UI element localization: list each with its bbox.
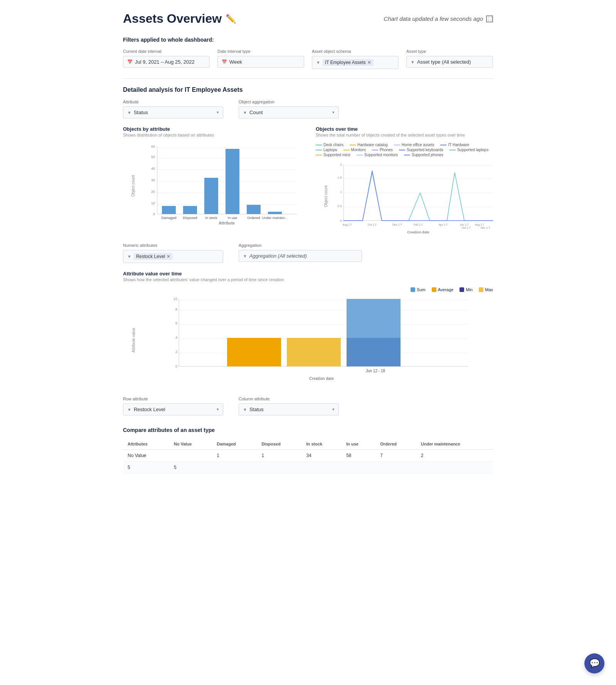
attr-time-title: Attribute value over time <box>123 271 493 277</box>
svg-text:Apr 1-7: Apr 1-7 <box>439 223 448 226</box>
svg-text:Dec 1-7: Dec 1-7 <box>392 223 402 226</box>
detail-dropdowns: Attribute ▼ Status ▾ Object aggregation … <box>123 100 493 118</box>
svg-text:2: 2 <box>340 163 342 166</box>
aggregation-label: Object aggregation <box>239 100 339 104</box>
svg-text:50: 50 <box>151 155 155 159</box>
obj-attr-subtitle: Shows distribution of objects based on a… <box>123 133 300 137</box>
numeric-attrs-label: Numeric attributes <box>123 243 223 248</box>
td-5-novalue: 5 <box>169 462 212 474</box>
obj-attr-title: Objects by attribute <box>123 126 300 132</box>
asset-type-value: Asset type (All selected) <box>417 59 471 65</box>
legend-color-home-office <box>394 145 400 145</box>
line-chart-svg: 0 0.5 1 1.5 2 Aug 1-7 Oct 1-7 D <box>332 161 493 230</box>
th-damaged: Damaged <box>212 439 257 450</box>
aggregation-group: Aggregation ▼ Aggregation (All selected) <box>239 243 362 263</box>
col-attr-dropdown[interactable]: ▼ Status ▾ <box>239 403 339 415</box>
row-attr-group: Row attribute ▼ Restock Level ▾ <box>123 396 223 415</box>
attribute-dropdown[interactable]: ▼ Status ▾ <box>123 106 223 118</box>
asset-type-label: Asset type <box>406 49 493 54</box>
schema-tag-remove[interactable]: ✕ <box>367 60 371 65</box>
legend-hw-catalog: Hardware catalog <box>350 143 387 147</box>
chevron-agg: ▾ <box>332 110 335 115</box>
asset-type-input[interactable]: ▼ Asset type (All selected) <box>406 56 493 68</box>
th-instock: In stock <box>302 439 342 450</box>
td-5-disposed <box>257 462 301 474</box>
expand-icon[interactable]: ⛶ <box>486 15 493 22</box>
th-disposed: Disposed <box>257 439 301 450</box>
col-attr-value: Status <box>249 407 264 412</box>
td-novalue-undermaint: 2 <box>416 450 493 462</box>
svg-text:10: 10 <box>151 201 155 205</box>
legend-color-sup-mice <box>316 155 322 155</box>
date-interval-value: Jul 9, 2021 – Aug 25, 2022 <box>135 59 195 65</box>
svg-text:Feb 1-7: Feb 1-7 <box>414 223 423 226</box>
svg-text:Aug 1-7: Aug 1-7 <box>475 223 484 226</box>
bar-inuse <box>226 149 239 214</box>
aggregation2-dropdown[interactable]: ▼ Aggregation (All selected) <box>239 250 362 262</box>
th-novalue: No Value <box>169 439 212 450</box>
legend-color-sup-monitors <box>357 155 363 155</box>
date-interval-filter: Current date interval 📅 Jul 9, 2021 – Au… <box>123 49 210 69</box>
restock-tag-remove[interactable]: ✕ <box>167 254 170 259</box>
bar-max <box>287 338 341 366</box>
table-row: 5 5 <box>123 462 493 474</box>
legend-color-sup-phones <box>404 155 410 155</box>
row-col-dropdowns: Row attribute ▼ Restock Level ▾ Column a… <box>123 396 493 415</box>
svg-text:8: 8 <box>175 307 177 311</box>
date-interval-input[interactable]: 📅 Jul 9, 2021 – Aug 25, 2022 <box>123 56 210 68</box>
aggregation2-value: Aggregation (All selected) <box>249 253 307 259</box>
filters-heading: Filters applied to whole dashboard: <box>123 37 493 43</box>
filter-icon-row: ▼ <box>127 407 131 412</box>
legend-min: Min <box>459 287 473 292</box>
th-attributes: Attributes <box>123 439 169 450</box>
legend-sq-sum <box>411 287 415 292</box>
numeric-attrs-row: Numeric attributes ▼ Restock Level ✕ Agg… <box>123 243 493 263</box>
attribute-label: Attribute <box>123 100 223 104</box>
td-novalue-inuse: 58 <box>342 450 375 462</box>
svg-text:10: 10 <box>173 297 177 301</box>
bar-damaged <box>162 206 176 214</box>
bar-y-label: Object count <box>131 175 135 196</box>
numeric-attrs-dropdown[interactable]: ▼ Restock Level ✕ <box>123 250 223 263</box>
filter-icon-attr: ▼ <box>127 110 131 115</box>
svg-text:Aug 1-7: Aug 1-7 <box>343 223 352 226</box>
svg-text:Creation date: Creation date <box>407 230 429 234</box>
date-type-input[interactable]: 📅 Week <box>217 56 304 68</box>
bar-sum <box>347 299 401 366</box>
row-attr-dropdown[interactable]: ▼ Restock Level ▾ <box>123 403 223 415</box>
legend-sup-phones: Supported phones <box>404 153 443 157</box>
svg-text:Under mainten...: Under mainten... <box>262 216 288 220</box>
aggregation-dropdown[interactable]: ▼ Count ▾ <box>239 106 339 118</box>
compare-table: Attributes No Value Damaged Disposed In … <box>123 439 493 474</box>
legend-color-sup-laptops <box>449 150 456 150</box>
bar-instock <box>204 178 218 214</box>
svg-text:0: 0 <box>175 364 177 368</box>
bar-chart-svg: 0 10 20 30 40 50 60 <box>139 143 300 228</box>
legend-sum: Sum <box>411 287 426 292</box>
charts-row: Objects by attribute Shows distribution … <box>123 126 493 231</box>
svg-text:Oct 1-7: Oct 1-7 <box>368 223 377 226</box>
legend-laptops: Laptops <box>316 148 337 152</box>
detailed-heading: Detailed analysis for IT Employee Assets <box>123 86 493 93</box>
legend-color-sup-keyboards <box>399 150 405 150</box>
svg-text:2: 2 <box>175 350 177 354</box>
td-5-undermaint <box>416 462 493 474</box>
td-novalue-novalue <box>169 450 212 462</box>
schema-filter: Asset object schema ▼ IT Employee Assets… <box>312 49 399 69</box>
filters-section: Filters applied to whole dashboard: Curr… <box>123 37 493 69</box>
td-novalue-ordered: 7 <box>375 450 416 462</box>
schema-input[interactable]: ▼ IT Employee Assets ✕ <box>312 56 399 69</box>
edit-icon[interactable]: ✏️ <box>226 14 236 24</box>
bar-disposed <box>183 206 197 214</box>
legend-home-office: Home office assets <box>394 143 434 147</box>
row-attr-label: Row attribute <box>123 396 223 401</box>
td-novalue-disposed: 1 <box>257 450 301 462</box>
attr-chart-svg: 0 2 4 6 8 10 <box>142 295 493 384</box>
svg-text:1.5: 1.5 <box>338 176 342 179</box>
legend-color-laptops <box>316 150 322 150</box>
page-title-group: Assets Overview ✏️ <box>123 12 236 26</box>
td-5-instock <box>302 462 342 474</box>
svg-text:Oct 1-7: Oct 1-7 <box>462 226 471 229</box>
row-attr-value: Restock Level <box>134 407 165 412</box>
table-row: No Value 1 1 34 58 7 2 <box>123 450 493 462</box>
